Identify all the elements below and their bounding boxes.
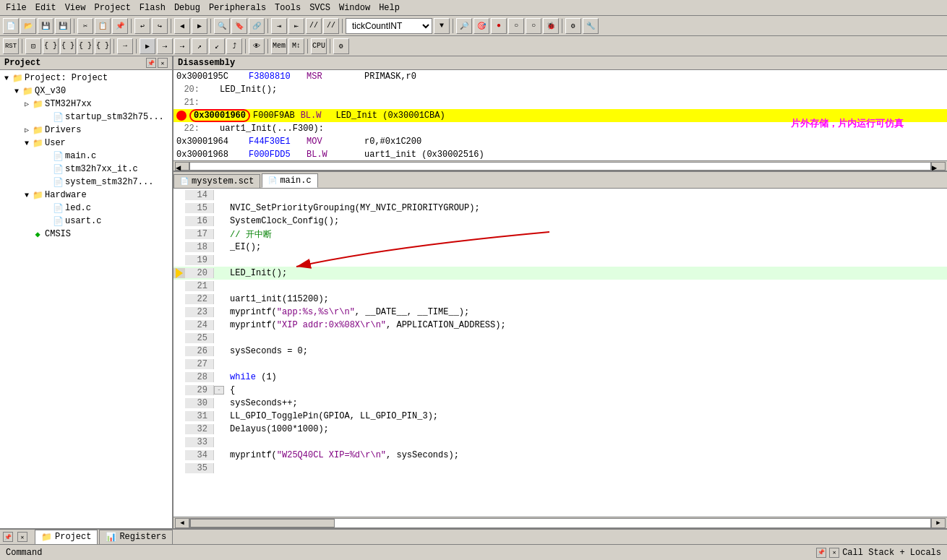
save-btn[interactable]: 💾 xyxy=(38,18,53,34)
step3-btn[interactable]: ↗ xyxy=(192,38,207,54)
brace1-btn[interactable]: { } xyxy=(43,38,59,54)
step2-btn[interactable]: ⇢ xyxy=(174,38,190,54)
tree-startup[interactable]: 📄 startup_stm32h75... xyxy=(1,111,171,124)
dropdown-btn[interactable]: ▼ xyxy=(434,18,450,34)
unindent-btn[interactable]: ⇤ xyxy=(288,18,304,34)
disasm-hscroll[interactable]: ◀ ▶ xyxy=(173,160,947,171)
search-btn[interactable]: 🔍 xyxy=(214,18,230,34)
code-hscroll-thumb[interactable] xyxy=(190,519,335,527)
tree-root[interactable]: ▼ 📁 Project: Project xyxy=(1,72,171,85)
save-all-btn[interactable]: 💾 xyxy=(55,18,71,34)
tree-user[interactable]: ▼ 📁 User xyxy=(1,137,171,150)
tree-it[interactable]: 📄 stm32h7xx_it.c xyxy=(1,163,171,176)
function-dropdown[interactable]: tickCountINT xyxy=(346,18,432,34)
copy-btn[interactable]: 📋 xyxy=(95,18,111,34)
circle-btn[interactable]: ○ xyxy=(508,18,524,34)
pin-btn[interactable]: 📌 xyxy=(146,58,156,68)
menu-file[interactable]: File xyxy=(1,1,31,14)
step4-btn[interactable]: ↙ xyxy=(209,38,225,54)
step-btn[interactable]: ⇢ xyxy=(157,38,173,54)
code-hscroll-right[interactable]: ▶ xyxy=(931,518,946,528)
menu-view[interactable]: View xyxy=(61,1,90,14)
bottom-tab-project[interactable]: 📁 Project xyxy=(35,530,98,545)
circle2-btn[interactable]: ○ xyxy=(526,18,541,34)
menu-help[interactable]: Help xyxy=(374,1,404,14)
tab-mainc[interactable]: 📄 main.c xyxy=(262,173,317,188)
inspect-btn[interactable]: 🔎 xyxy=(456,18,472,34)
settings-btn[interactable]: ⚙ xyxy=(565,18,581,34)
mem2-btn[interactable]: M↕ xyxy=(288,38,304,54)
menu-tools[interactable]: Tools xyxy=(270,1,305,14)
mem-btn[interactable]: Mem xyxy=(271,38,287,54)
wrench-btn[interactable]: 🔧 xyxy=(583,18,599,34)
undo-btn[interactable]: ↩ xyxy=(134,18,150,34)
code-hscroll-track[interactable] xyxy=(189,518,931,528)
back-btn[interactable]: ◀ xyxy=(174,18,190,34)
statusbar-close-btn[interactable]: ✕ xyxy=(829,548,839,558)
t1-btn[interactable]: ⊡ xyxy=(25,38,41,54)
close-panel-btn[interactable]: ✕ xyxy=(158,58,168,68)
code-editor[interactable]: 14 15 NVIC_SetPriorityGrouping(MY_NVIC_P… xyxy=(173,189,947,517)
open-btn[interactable]: 📂 xyxy=(20,18,36,34)
statusbar-pin-btn[interactable]: 📌 xyxy=(816,548,826,558)
uncomment-btn[interactable]: // xyxy=(323,18,339,34)
cut-btn[interactable]: ✂ xyxy=(77,18,93,34)
code-hscroll-left[interactable]: ◀ xyxy=(175,518,189,528)
menu-flash[interactable]: Flash xyxy=(135,1,170,14)
brace3-btn[interactable]: { } xyxy=(77,38,93,54)
tree-qx[interactable]: ▼ 📁 QX_v30 xyxy=(1,85,171,98)
bottom-pin-btn[interactable]: 📌 xyxy=(3,532,13,542)
ref-btn[interactable]: 🔗 xyxy=(249,18,265,34)
tree-stm32[interactable]: ▷ 📁 STM32H7xx xyxy=(1,98,171,111)
stm32-toggle[interactable]: ▷ xyxy=(22,99,32,109)
bottom-tab-registers[interactable]: 📊 Registers xyxy=(99,530,173,545)
user-toggle[interactable]: ▼ xyxy=(22,138,32,148)
menu-window[interactable]: Window xyxy=(335,1,374,14)
tree-usartc[interactable]: 📄 usart.c xyxy=(1,215,171,228)
target-btn[interactable]: 🎯 xyxy=(474,18,489,34)
tree-system[interactable]: 📄 system_stm32h7... xyxy=(1,176,171,189)
tree-drivers[interactable]: ▷ 📁 Drivers xyxy=(1,124,171,137)
debug-btn[interactable]: 🐞 xyxy=(543,18,559,34)
disassembly-content[interactable]: 0x3000195C F3808810 MSR PRIMASK,r0 20: L… xyxy=(173,70,947,160)
step5-btn[interactable]: ⤴ xyxy=(226,38,242,54)
bookmark-btn[interactable]: 🔖 xyxy=(231,18,247,34)
arrow-btn[interactable]: → xyxy=(117,38,133,54)
run-btn[interactable]: ● xyxy=(491,18,507,34)
hardware-toggle[interactable]: ▼ xyxy=(22,190,32,200)
menu-edit[interactable]: Edit xyxy=(31,1,61,14)
cpu-btn[interactable]: CPU xyxy=(311,38,327,54)
tools2-btn[interactable]: ⚙ xyxy=(333,38,349,54)
new-btn[interactable]: 📄 xyxy=(3,18,19,34)
hscroll-right[interactable]: ▶ xyxy=(931,162,946,171)
menu-peripherals[interactable]: Peripherals xyxy=(205,1,270,14)
sep10 xyxy=(113,39,114,53)
menu-debug[interactable]: Debug xyxy=(170,1,205,14)
tab-mysystem[interactable]: 📄 mysystem.sct xyxy=(173,174,260,188)
tree-cmsis[interactable]: ◆ CMSIS xyxy=(1,228,171,241)
qx-toggle[interactable]: ▼ xyxy=(12,86,22,96)
menu-svcs[interactable]: SVCS xyxy=(305,1,335,14)
watch-btn[interactable]: 👁 xyxy=(249,38,265,54)
tree-ledc[interactable]: 📄 led.c xyxy=(1,202,171,215)
code-hscroll[interactable]: ◀ ▶ xyxy=(173,517,947,528)
run2-btn[interactable]: ▶ xyxy=(140,38,155,54)
hscroll-left[interactable]: ◀ xyxy=(175,162,189,171)
tree-mainc[interactable]: 📄 main.c xyxy=(1,150,171,163)
paste-btn[interactable]: 📌 xyxy=(112,18,128,34)
drivers-toggle[interactable]: ▷ xyxy=(22,125,32,135)
line-fold-29[interactable]: - xyxy=(214,386,224,395)
bottom-close-btn[interactable]: ✕ xyxy=(17,532,27,542)
root-toggle[interactable]: ▼ xyxy=(1,73,12,83)
fwd-btn[interactable]: ▶ xyxy=(192,18,207,34)
reset-btn[interactable]: RST xyxy=(3,38,19,54)
tree-hardware[interactable]: ▼ 📁 Hardware xyxy=(1,189,171,202)
menu-project[interactable]: Project xyxy=(90,1,134,14)
brace4-btn[interactable]: { } xyxy=(95,38,111,54)
redo-btn[interactable]: ↪ xyxy=(152,18,168,34)
indent-btn[interactable]: ⇥ xyxy=(271,18,287,34)
comment-btn[interactable]: // xyxy=(306,18,322,34)
line-bp-20[interactable] xyxy=(173,268,185,278)
brace2-btn[interactable]: { } xyxy=(60,38,76,54)
hscroll-track[interactable] xyxy=(189,162,931,171)
